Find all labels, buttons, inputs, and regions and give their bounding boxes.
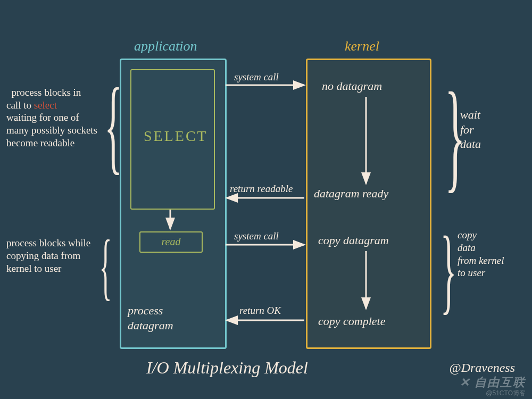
watermark-sub: @51CTO博客 — [486, 389, 526, 398]
watermark-logo: ✕ 自由互联 — [460, 375, 526, 390]
author-label: @Draveness — [450, 361, 515, 375]
arrows-layer — [0, 0, 532, 399]
diagram-caption: I/O Multiplexing Model — [146, 358, 308, 378]
